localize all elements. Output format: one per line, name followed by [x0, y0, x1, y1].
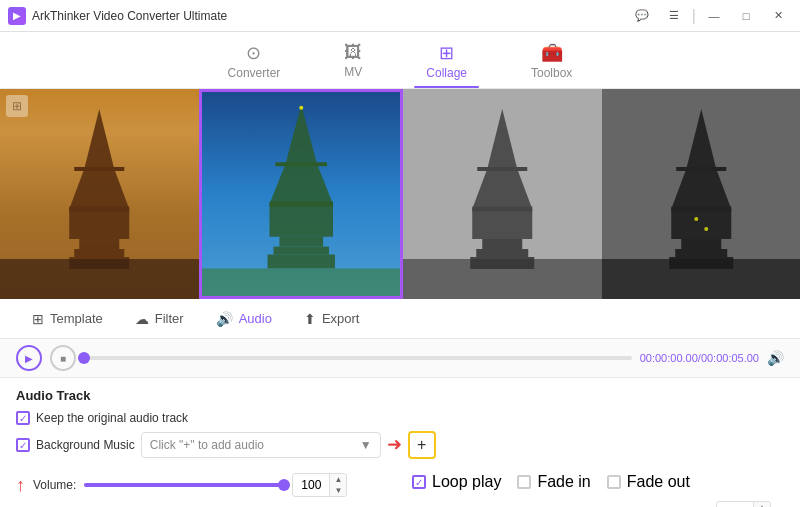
tab-converter[interactable]: ⊙ Converter [216, 38, 293, 88]
svg-rect-3 [74, 249, 124, 257]
menu-button[interactable]: ☰ [660, 6, 688, 26]
svg-rect-32 [602, 259, 801, 299]
svg-point-16 [299, 106, 303, 110]
main-content: ⊞ ⊞ [0, 89, 800, 507]
svg-rect-2 [79, 239, 119, 249]
video-panel-2[interactable]: ⊞ [199, 89, 404, 299]
app-title: ArkThinker Video Converter Ultimate [32, 9, 227, 23]
music-row: Background Music Click "+" to add audio … [16, 431, 784, 459]
tab-toolbox[interactable]: 🧰 Toolbox [519, 38, 584, 88]
fade-in-checkbox[interactable] [517, 475, 531, 489]
tab-mv-label: MV [344, 65, 362, 79]
volume-number-input[interactable]: ▲ ▼ [292, 473, 347, 497]
progress-track[interactable] [84, 356, 632, 360]
video-panel-4[interactable] [602, 89, 801, 299]
close-button[interactable]: ✕ [764, 6, 792, 26]
add-icon: + [417, 436, 426, 454]
arrow-annotation: ➜ [387, 434, 402, 456]
fade-in-item: Fade in [517, 473, 590, 491]
dropdown-arrow-icon: ▼ [360, 438, 372, 452]
audio-label: Audio [239, 311, 272, 326]
volume-icon[interactable]: 🔊 [767, 350, 784, 366]
mv-icon: 🖼 [344, 42, 362, 63]
minimize-button[interactable]: — [700, 6, 728, 26]
volume-down[interactable]: ▼ [330, 485, 346, 496]
volume-value[interactable] [293, 477, 329, 493]
maximize-button[interactable]: □ [732, 6, 760, 26]
volume-slider[interactable] [84, 483, 284, 487]
tab-mv[interactable]: 🖼 MV [332, 38, 374, 88]
svg-rect-20 [476, 249, 528, 257]
time-current: 00:00:00.00 [640, 352, 698, 364]
bg-music-checkbox[interactable] [16, 438, 30, 452]
delay-row: Delay: ▲ ▼ [16, 501, 784, 507]
loop-play-item: Loop play [412, 473, 501, 491]
bg-music-label: Background Music [36, 438, 135, 452]
delay-arrows: ▲ ▼ [753, 502, 770, 507]
toolbar-tab-export[interactable]: ⬆ Export [288, 299, 376, 339]
keep-original-row: Keep the original audio track [16, 411, 784, 425]
video-area: ⊞ ⊞ [0, 89, 800, 299]
volume-col: ↑ Volume: ▲ ▼ [16, 467, 388, 497]
music-dropdown[interactable]: Click "+" to add audio ▼ [141, 432, 381, 458]
music-placeholder: Click "+" to add audio [150, 438, 264, 452]
fade-out-item: Fade out [607, 473, 690, 491]
volume-fill [84, 483, 284, 487]
title-bar-controls: 💬 ☰ | — □ ✕ [628, 6, 792, 26]
volume-thumb[interactable] [278, 479, 290, 491]
fade-out-label: Fade out [627, 473, 690, 491]
svg-point-34 [704, 227, 708, 231]
time-total: 00:00:05.00 [701, 352, 759, 364]
tab-collage-label: Collage [426, 66, 467, 80]
volume-up[interactable]: ▲ [330, 474, 346, 485]
tab-collage[interactable]: ⊞ Collage [414, 38, 479, 88]
svg-rect-27 [681, 239, 721, 249]
play-button[interactable]: ▶ [16, 345, 42, 371]
eiffel-svg-1 [0, 89, 199, 299]
tab-toolbox-label: Toolbox [531, 66, 572, 80]
delay-up[interactable]: ▲ [754, 502, 770, 507]
app-icon: ▶ [8, 7, 26, 25]
filter-icon: ☁ [135, 311, 149, 327]
eiffel-svg-2 [202, 92, 401, 296]
video-panel-3[interactable] [403, 89, 602, 299]
delay-number-input[interactable]: ▲ ▼ [716, 501, 771, 507]
keep-original-label: Keep the original audio track [36, 411, 188, 425]
svg-rect-15 [202, 268, 401, 296]
loop-play-checkbox[interactable] [412, 475, 426, 489]
right-col: Loop play Fade in Fade out [412, 473, 784, 491]
loop-play-label: Loop play [432, 473, 501, 491]
svg-rect-10 [279, 237, 323, 247]
audio-icon: 🔊 [216, 311, 233, 327]
time-display: 00:00:00.00/00:00:05.00 [640, 352, 759, 364]
playback-row: ▶ ■ 00:00:00.00/00:00:05.00 🔊 [0, 339, 800, 378]
converter-icon: ⊙ [246, 42, 261, 64]
volume-arrows: ▲ ▼ [329, 474, 346, 496]
volume-row: ↑ Volume: ▲ ▼ [16, 473, 388, 497]
volume-arrow-annotation: ↑ [16, 475, 25, 496]
keep-original-checkbox[interactable] [16, 411, 30, 425]
stop-button[interactable]: ■ [50, 345, 76, 371]
fade-in-label: Fade in [537, 473, 590, 491]
progress-thumb[interactable] [78, 352, 90, 364]
collage-icon: ⊞ [439, 42, 454, 64]
volume-label: Volume: [33, 478, 76, 492]
svg-point-33 [694, 217, 698, 221]
template-label: Template [50, 311, 103, 326]
toolbar-tab-audio[interactable]: 🔊 Audio [200, 299, 288, 339]
title-bar: ▶ ArkThinker Video Converter Ultimate 💬 … [0, 0, 800, 32]
video-panel-1[interactable]: ⊞ [0, 89, 199, 299]
svg-rect-28 [675, 249, 727, 257]
svg-rect-7 [0, 259, 199, 299]
svg-rect-11 [273, 247, 329, 255]
fade-out-checkbox[interactable] [607, 475, 621, 489]
export-tab-label: Export [322, 311, 360, 326]
chat-button[interactable]: 💬 [628, 6, 656, 26]
export-tab-icon: ⬆ [304, 311, 316, 327]
toolbar-tab-template[interactable]: ⊞ Template [16, 299, 119, 339]
toolbar-tab-filter[interactable]: ☁ Filter [119, 299, 200, 339]
svg-rect-12 [267, 255, 334, 269]
options-volume-row: ↑ Volume: ▲ ▼ [16, 467, 784, 497]
svg-rect-19 [482, 239, 522, 249]
add-audio-button[interactable]: + [408, 431, 436, 459]
